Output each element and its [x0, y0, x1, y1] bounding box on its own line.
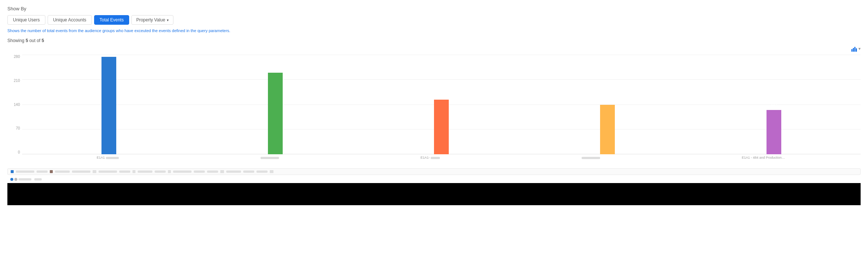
mini-indicator-4 [168, 170, 171, 173]
y-label-70: 70 [16, 126, 20, 130]
legend-text-1 [18, 178, 31, 180]
mini-bar-13 [226, 171, 241, 173]
mini-bar-10 [173, 171, 192, 173]
legend-dot-2 [14, 178, 17, 181]
chart-top-row: ▾ [7, 46, 861, 53]
mini-indicator-5 [220, 170, 224, 173]
mini-indicator-6 [270, 170, 273, 173]
main-container: Show By Unique Users Unique Accounts Tot… [0, 0, 868, 211]
description-text: Shows the number of total events from th… [7, 28, 861, 33]
x-label-4 [582, 156, 600, 159]
showing-total: 5 [42, 38, 44, 43]
mini-bar-14 [243, 171, 254, 173]
bar-5[interactable]: 127 [767, 110, 781, 154]
mini-bar-2 [37, 171, 48, 173]
black-footer-bar [7, 183, 861, 205]
tabs-row: Unique Users Unique Accounts Total Event… [7, 15, 861, 25]
expand-icon[interactable]: ▾ [858, 46, 861, 53]
property-value-button[interactable]: Property Value ▾ [131, 15, 173, 25]
mini-indicator-3 [132, 170, 135, 173]
svg-rect-2 [854, 47, 855, 52]
mini-bar-9 [155, 171, 166, 173]
y-label-280: 280 [14, 55, 20, 59]
svg-rect-0 [851, 49, 852, 52]
mini-bar-8 [138, 171, 152, 173]
tab-unique-accounts[interactable]: Unique Accounts [48, 15, 92, 25]
mini-indicator-2 [50, 170, 53, 173]
mini-items-row [11, 170, 857, 173]
mini-bar-12 [207, 171, 218, 173]
tab-unique-users[interactable]: Unique Users [7, 15, 45, 25]
svg-rect-1 [853, 48, 854, 52]
bar-3-label: 156 [438, 93, 445, 97]
bar-5-label: 127 [771, 103, 777, 107]
showing-text: Showing 5 out of 5 [7, 38, 861, 43]
showing-current: 5 [25, 38, 28, 43]
x-label-area: E1A1 E1A1- E1A1 - 484 and ProductionDesi… [22, 154, 861, 165]
bar-2-label: 233 [272, 66, 278, 70]
y-label-140: 140 [14, 103, 20, 107]
x-label-2 [261, 156, 279, 159]
bar-4[interactable]: 141 [600, 105, 615, 154]
chart-area: ▾ 280 210 140 70 0 [7, 46, 861, 165]
bars-container: 278 233 [22, 55, 861, 154]
mini-bar-1 [16, 171, 34, 173]
legend-row [7, 177, 861, 182]
y-label-210: 210 [14, 79, 20, 83]
legend-text-2 [34, 178, 42, 180]
bar-group-5: 127 [767, 110, 781, 154]
bar-1[interactable]: 278 [101, 57, 116, 154]
showing-prefix: Showing [7, 38, 24, 43]
chart-inner: 278 233 [22, 55, 861, 154]
chart-type-icon[interactable] [851, 46, 857, 53]
mini-bar-7 [119, 171, 130, 173]
showing-separator: out of [29, 38, 40, 43]
x-label-1: E1A1 [97, 156, 119, 159]
y-axis: 280 210 140 70 0 [7, 55, 22, 154]
bar-group-2: 233 [268, 73, 283, 154]
mini-bar-3 [55, 171, 70, 173]
mini-bar-15 [256, 171, 268, 173]
property-value-label: Property Value [136, 17, 165, 23]
mini-bar-6 [99, 171, 117, 173]
chart-wrapper: 280 210 140 70 0 [7, 55, 861, 165]
bar-2[interactable]: 233 [268, 73, 283, 154]
bar-group-4: 141 [600, 105, 615, 154]
show-by-label: Show By [7, 6, 861, 11]
svg-rect-3 [856, 48, 857, 52]
x-label-3: E1A1- [420, 156, 440, 159]
bar-3[interactable]: 156 [434, 100, 449, 154]
scroll-preview-area [7, 168, 861, 175]
y-label-0: 0 [18, 150, 20, 154]
legend-item-1 [10, 178, 31, 181]
bar-1-label: 278 [106, 50, 112, 54]
bar-group-3: 156 [434, 100, 449, 154]
mini-bar-4 [72, 171, 90, 173]
mini-bar-5 [93, 170, 96, 173]
mini-indicator-1 [11, 170, 14, 173]
x-label-5: E1A1 - 484 and ProductionDesigner [742, 156, 786, 159]
legend-dot-1 [10, 178, 13, 181]
bar-4-label: 141 [604, 98, 611, 102]
mini-bar-11 [194, 171, 205, 173]
chevron-down-icon: ▾ [167, 18, 169, 22]
bar-group-1: 278 [101, 57, 116, 154]
tab-total-events[interactable]: Total Events [94, 15, 129, 25]
